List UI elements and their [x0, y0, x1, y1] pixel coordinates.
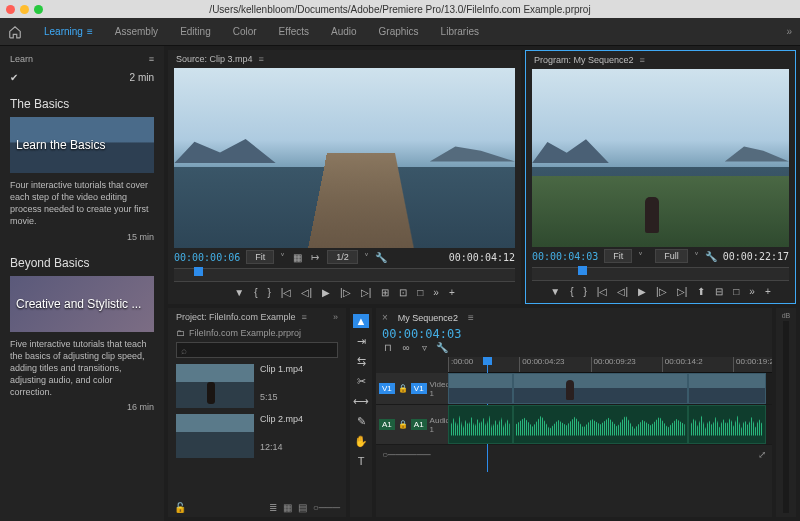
hand-tool[interactable]: ✋ — [353, 434, 369, 448]
source-fit-select[interactable]: Fit — [246, 250, 274, 264]
plus-button[interactable]: + — [765, 286, 771, 297]
ripple-edit-tool[interactable]: ⇆ — [353, 354, 369, 368]
clip-thumbnail[interactable] — [176, 364, 254, 408]
mark-in-button[interactable]: { — [254, 287, 257, 298]
video-track-body[interactable] — [448, 373, 772, 404]
home-icon[interactable] — [8, 25, 22, 39]
program-tc-in[interactable]: 00:00:04:03 — [532, 251, 598, 262]
add-marker-button[interactable]: ▼ — [550, 286, 560, 297]
program-tc-out[interactable]: 00:00:22:17 — [723, 251, 789, 262]
timeline-sequence-name[interactable]: My Sequence2 — [398, 313, 458, 323]
beyond-card[interactable]: Creative and Stylistic ... — [10, 276, 154, 332]
arrow-icon[interactable]: ↦ — [309, 251, 321, 263]
lock-icon[interactable]: 🔓 — [174, 502, 186, 513]
program-quality-select[interactable]: Full — [655, 249, 688, 263]
timeline-audio-clip[interactable] — [448, 405, 513, 444]
step-back-button[interactable]: ◁| — [617, 286, 628, 297]
step-fwd-button[interactable]: |▷ — [656, 286, 667, 297]
more-button[interactable]: » — [749, 286, 755, 297]
workspace-tab-editing[interactable]: Editing — [180, 26, 211, 37]
track-select-tool[interactable]: ⇥ — [353, 334, 369, 348]
plus-button[interactable]: + — [449, 287, 455, 298]
panel-menu-icon[interactable]: ≡ — [640, 55, 645, 65]
v1-target[interactable]: V1 — [411, 383, 427, 394]
basics-card[interactable]: Learn the Basics — [10, 117, 154, 173]
v1-source-patch[interactable]: V1 — [379, 383, 395, 394]
panel-menu-icon[interactable]: ≡ — [468, 312, 474, 323]
mark-in-button[interactable]: { — [570, 286, 573, 297]
timeline-clip[interactable] — [513, 373, 688, 404]
type-tool[interactable]: T — [353, 454, 369, 468]
step-back-button[interactable]: ◁| — [301, 287, 312, 298]
expand-icon[interactable]: ⤢ — [758, 449, 766, 460]
zoom-slider[interactable]: ○────── — [382, 449, 431, 460]
timeline-clip[interactable] — [688, 373, 766, 404]
zoom-slider[interactable]: ○─── — [313, 502, 340, 513]
mark-out-button[interactable]: } — [268, 287, 271, 298]
panel-menu-icon[interactable]: ≡ — [302, 312, 307, 322]
track-lock-icon[interactable]: 🔒 — [398, 420, 408, 429]
clip-item[interactable]: Clip 1.mp4 5:15 — [176, 364, 338, 408]
panel-menu-icon[interactable]: ≡ — [259, 54, 264, 64]
overwrite-button[interactable]: ⊡ — [399, 287, 407, 298]
pen-tool[interactable]: ✎ — [353, 414, 369, 428]
workspace-tab-color[interactable]: Color — [233, 26, 257, 37]
timeline-clip[interactable] — [448, 373, 513, 404]
workspace-tab-libraries[interactable]: Libraries — [441, 26, 479, 37]
selection-tool[interactable]: ▲ — [353, 314, 369, 328]
source-ruler[interactable] — [174, 268, 515, 282]
step-fwd-button[interactable]: |▷ — [340, 287, 351, 298]
source-tc-out[interactable]: 00:00:04:12 — [449, 252, 515, 263]
go-in-button[interactable]: |◁ — [281, 287, 292, 298]
link-icon[interactable]: ∞ — [400, 341, 412, 353]
overflow-chevron-icon[interactable]: » — [333, 312, 338, 322]
project-search[interactable]: ⌕ — [176, 342, 338, 358]
workspace-tab-graphics[interactable]: Graphics — [379, 26, 419, 37]
timeline-audio-clip[interactable] — [513, 405, 688, 444]
source-viewer[interactable] — [174, 68, 515, 248]
a1-source-patch[interactable]: A1 — [379, 419, 395, 430]
settings-icon[interactable]: 🔧 — [436, 341, 448, 353]
go-in-button[interactable]: |◁ — [597, 286, 608, 297]
panel-menu-icon[interactable]: ≡ — [149, 54, 154, 64]
extract-button[interactable]: ⊟ — [715, 286, 723, 297]
more-button[interactable]: » — [433, 287, 439, 298]
lift-button[interactable]: ⬆ — [697, 286, 705, 297]
snap-icon[interactable]: ⊓ — [382, 341, 394, 353]
mark-out-button[interactable]: } — [584, 286, 587, 297]
wrench-icon[interactable]: 🔧 — [375, 251, 387, 263]
export-frame-button[interactable]: □ — [733, 286, 739, 297]
workspace-tab-effects[interactable]: Effects — [279, 26, 309, 37]
add-marker-button[interactable]: ▼ — [234, 287, 244, 298]
list-view-button[interactable]: ≣ — [269, 502, 277, 513]
program-ruler[interactable] — [532, 267, 789, 281]
go-out-button[interactable]: ▷| — [677, 286, 688, 297]
freeform-view-button[interactable]: ▤ — [298, 502, 307, 513]
wrench-icon[interactable]: 🔧 — [705, 250, 717, 262]
icon-view-button[interactable]: ▦ — [283, 502, 292, 513]
razor-tool[interactable]: ✂ — [353, 374, 369, 388]
marker-icon[interactable]: ▿ — [418, 341, 430, 353]
track-lock-icon[interactable]: 🔒 — [398, 384, 408, 393]
export-frame-button[interactable]: □ — [417, 287, 423, 298]
insert-button[interactable]: ⊞ — [381, 287, 389, 298]
workspace-tab-learning[interactable]: Learning — [44, 26, 83, 37]
workspace-menu-icon[interactable]: ≡ — [87, 26, 93, 37]
workspace-tab-assembly[interactable]: Assembly — [115, 26, 158, 37]
a1-target[interactable]: A1 — [411, 419, 427, 430]
source-tc-in[interactable]: 00:00:00:06 — [174, 252, 240, 263]
clip-thumbnail[interactable] — [176, 414, 254, 458]
overflow-chevron-icon[interactable]: » — [786, 26, 792, 37]
timeline-ruler[interactable]: :00:00 00:00:04:23 00:00:09:23 00:00:14:… — [448, 357, 772, 373]
grid-icon[interactable]: ▦ — [291, 251, 303, 263]
timeline-audio-clip[interactable] — [688, 405, 766, 444]
source-rate-select[interactable]: 1/2 — [327, 250, 358, 264]
timeline-timecode[interactable]: 00:00:04:03 — [376, 327, 772, 341]
play-button[interactable]: ▶ — [638, 286, 646, 297]
play-button[interactable]: ▶ — [322, 287, 330, 298]
program-viewer[interactable] — [532, 69, 789, 247]
go-out-button[interactable]: ▷| — [361, 287, 372, 298]
workspace-tab-audio[interactable]: Audio — [331, 26, 357, 37]
audio-track-body[interactable] — [448, 405, 772, 444]
clip-item[interactable]: Clip 2.mp4 12:14 — [176, 414, 338, 458]
